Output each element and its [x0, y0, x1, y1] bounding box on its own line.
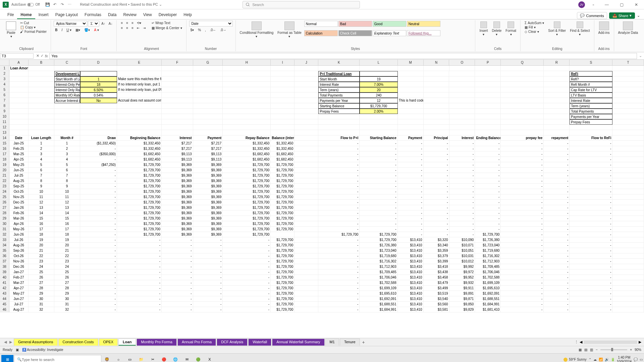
- cell[interactable]: -: [80, 210, 117, 216]
- cell[interactable]: -: [570, 243, 612, 248]
- cell[interactable]: $9,369: [193, 227, 223, 232]
- cell[interactable]: -: [449, 221, 475, 227]
- cell[interactable]: $10,031: [449, 253, 475, 259]
- cell[interactable]: [193, 109, 223, 114]
- cell[interactable]: -: [501, 264, 544, 269]
- cell[interactable]: -: [80, 280, 117, 286]
- cell[interactable]: [501, 82, 544, 87]
- cell[interactable]: $1,729,700: [117, 168, 162, 173]
- cell[interactable]: $1,332,450: [117, 146, 162, 152]
- cell[interactable]: [544, 71, 570, 76]
- cell[interactable]: [501, 93, 544, 98]
- cell[interactable]: $1,729,700: [271, 210, 294, 216]
- cell[interactable]: Feb-27: [9, 275, 29, 280]
- cell[interactable]: Aug-27: [9, 307, 29, 312]
- analyze-data-button[interactable]: Analyze Data: [617, 21, 639, 35]
- cell[interactable]: 21: [29, 248, 54, 253]
- cell[interactable]: $9,932: [449, 280, 475, 286]
- cell[interactable]: -: [318, 216, 360, 221]
- cell[interactable]: [193, 98, 223, 103]
- tab-home[interactable]: Home: [17, 11, 35, 19]
- cell[interactable]: $9,871: [449, 296, 475, 302]
- cell[interactable]: [449, 98, 475, 103]
- cell[interactable]: -: [162, 248, 193, 253]
- cell[interactable]: -: [475, 216, 501, 221]
- cell[interactable]: -: [193, 286, 223, 291]
- cell[interactable]: [612, 76, 644, 82]
- cell[interactable]: -: [570, 253, 612, 259]
- cell[interactable]: -: [570, 221, 612, 227]
- cell[interactable]: [294, 114, 318, 119]
- row-header[interactable]: 44: [0, 296, 9, 302]
- cell[interactable]: $1,332,450: [271, 146, 294, 152]
- row-header[interactable]: 19: [0, 162, 9, 168]
- cell[interactable]: -: [544, 259, 570, 264]
- cell[interactable]: $13,410: [398, 269, 424, 275]
- cell[interactable]: [570, 66, 612, 71]
- cell[interactable]: [294, 157, 318, 162]
- cell[interactable]: -: [398, 221, 424, 227]
- sheet-tab-waterfall[interactable]: Waterfall: [248, 339, 271, 346]
- cell[interactable]: $3,418: [424, 264, 449, 269]
- cell[interactable]: Month #: [54, 135, 80, 141]
- cell[interactable]: [294, 146, 318, 152]
- cell[interactable]: [9, 125, 29, 130]
- cell[interactable]: [117, 109, 162, 114]
- cell[interactable]: 9: [29, 184, 54, 189]
- cell[interactable]: $1,729,700: [271, 291, 294, 296]
- cell[interactable]: $9,369: [193, 162, 223, 168]
- cell[interactable]: $1,706,046: [475, 269, 501, 275]
- cell[interactable]: Start Month of Loan: [54, 76, 80, 82]
- cell[interactable]: [271, 66, 294, 71]
- cell[interactable]: Beginning Balance: [117, 135, 162, 141]
- cell[interactable]: [294, 71, 318, 76]
- cell[interactable]: -: [80, 307, 117, 312]
- cell[interactable]: Payments per Year: [318, 98, 360, 103]
- cell[interactable]: [501, 125, 544, 130]
- cell[interactable]: If no interest only loan, put 0%: [117, 87, 162, 93]
- cell[interactable]: prepay fee: [501, 135, 544, 141]
- cell[interactable]: -: [449, 189, 475, 194]
- cell[interactable]: -: [544, 243, 570, 248]
- cell[interactable]: $1,729,700: [223, 227, 271, 232]
- cell[interactable]: 2: [29, 146, 54, 152]
- cell[interactable]: $1,332,450: [117, 141, 162, 146]
- cell[interactable]: $1,729,700: [271, 194, 294, 200]
- formula-bar[interactable]: [49, 53, 637, 59]
- cell[interactable]: $1,729,700: [271, 307, 294, 312]
- cell[interactable]: [294, 194, 318, 200]
- cell[interactable]: Jan-26: [9, 205, 29, 210]
- cell[interactable]: -: [501, 189, 544, 194]
- cell[interactable]: [501, 103, 544, 109]
- cell[interactable]: [117, 119, 162, 125]
- cell[interactable]: [544, 98, 570, 103]
- cell[interactable]: -: [544, 157, 570, 162]
- cell[interactable]: $1,702,588: [360, 280, 397, 286]
- cell[interactable]: [424, 114, 449, 119]
- cell[interactable]: $9,113: [162, 157, 193, 162]
- cell[interactable]: 27: [29, 280, 54, 286]
- cell[interactable]: -: [223, 296, 271, 302]
- cell[interactable]: This is hard coded to be 12, don't chang…: [398, 98, 424, 103]
- cell[interactable]: [223, 98, 271, 103]
- zoom-out-button[interactable]: −: [596, 348, 598, 352]
- cell[interactable]: [612, 189, 644, 194]
- cell[interactable]: $3,479: [424, 280, 449, 286]
- name-box[interactable]: [0, 53, 34, 59]
- cell[interactable]: Jan-27: [9, 269, 29, 275]
- cell[interactable]: -: [544, 307, 570, 312]
- cell[interactable]: [9, 130, 29, 135]
- cell[interactable]: -: [318, 194, 360, 200]
- cell[interactable]: [294, 264, 318, 269]
- cell[interactable]: -: [424, 216, 449, 221]
- increase-decimal-button[interactable]: .0←: [209, 28, 217, 32]
- cell[interactable]: [271, 71, 294, 76]
- cell[interactable]: $13,410: [398, 237, 424, 243]
- cell[interactable]: $1,726,380: [475, 237, 501, 243]
- col-header-M[interactable]: M: [398, 60, 424, 65]
- paste-button[interactable]: Paste▾: [5, 21, 17, 39]
- row-header[interactable]: 14: [0, 135, 9, 141]
- cell[interactable]: $1,729,700: [271, 259, 294, 264]
- autosave-toggle[interactable]: AutoSave Off: [11, 3, 40, 6]
- cell[interactable]: [294, 227, 318, 232]
